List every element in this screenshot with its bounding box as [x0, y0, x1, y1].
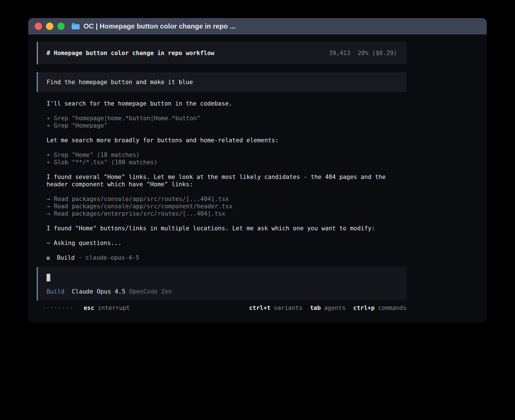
- read-arrow-icon: →: [47, 210, 54, 217]
- provider-name: OpenCode Zen: [129, 288, 172, 295]
- tool-call-text: Read packages/enterprise/src/routes/[...…: [54, 210, 225, 217]
- terminal-content: # Homepage button color change in repo w…: [28, 34, 407, 312]
- tool-call-line: ∗ Grep "homepage|home.*button|Home.*butt…: [47, 115, 401, 122]
- tool-call-group: → Read packages/console/app/src/routes/[…: [47, 195, 401, 217]
- tool-call-line: → Read packages/console/app/src/routes/[…: [47, 195, 401, 203]
- context-usage: 20% ($0.29): [358, 50, 397, 56]
- tool-call-line: → Read packages/enterprise/src/routes/[.…: [47, 210, 401, 217]
- folder-icon: [71, 23, 80, 30]
- zoom-button[interactable]: [57, 23, 65, 30]
- variants-hint: ctrl+t variants: [249, 304, 302, 312]
- grep-icon: ∗: [47, 115, 54, 122]
- dot-separator: ·: [78, 254, 82, 261]
- tool-call-text: Grep "Homepage": [54, 122, 108, 129]
- tool-call-group: ∗ Grep "Home" (18 matches) ∗ Glob "**/*.…: [47, 151, 401, 166]
- titlebar: OC | Homepage button color change in rep…: [28, 18, 487, 34]
- session-title: # Homepage button color change in repo w…: [47, 50, 214, 56]
- ctrl-p-key-label: ctrl+p: [353, 304, 375, 312]
- user-message: Find the homepage button and make it blu…: [37, 72, 407, 92]
- session-header: # Homepage button color change in repo w…: [37, 42, 407, 64]
- tool-call-line: ∗ Grep "Homepage": [47, 122, 401, 129]
- progress-dots-icon: ········: [42, 304, 73, 312]
- assistant-paragraph: I found several "Home" links. Let me loo…: [47, 173, 401, 188]
- commands-hint: ctrl+p commands: [353, 304, 407, 312]
- agent-name: Build: [57, 254, 75, 261]
- assistant-paragraph: I found "Home" buttons/links in multiple…: [47, 225, 401, 232]
- read-arrow-icon: →: [47, 195, 54, 203]
- footer-left: ········ esc interrupt: [42, 304, 130, 312]
- status-footer: ········ esc interrupt ctrl+t variants t…: [37, 304, 407, 312]
- model-name: Claude Opus 4.5: [72, 288, 125, 295]
- tool-call-text: Read packages/console/app/src/routes/[..…: [54, 195, 229, 203]
- glob-icon: ∗: [47, 159, 54, 166]
- assistant-output: I'll search for the homepage button in t…: [37, 100, 407, 261]
- tool-call-text: Glob "**/*.tsx" (100 matches): [54, 159, 158, 166]
- tool-call-line: ∗ Grep "Home" (18 matches): [47, 151, 401, 159]
- esc-key-label: esc: [84, 304, 94, 312]
- agent-part-icon: ▣: [47, 254, 50, 261]
- footer-right: ctrl+t variants tab agents ctrl+p comman…: [249, 304, 407, 312]
- token-count: 39,413: [329, 50, 350, 56]
- tool-call-text: Grep "homepage|home.*button|Home.*button…: [54, 115, 200, 122]
- tab-key-label: tab: [310, 304, 321, 312]
- agent-status-line: ▣ Build · claude-opus-4-5: [47, 254, 401, 261]
- agent-badge: Build: [47, 288, 64, 295]
- grep-icon: ∗: [47, 151, 54, 159]
- traffic-lights: [35, 23, 65, 30]
- read-arrow-icon: →: [47, 203, 54, 210]
- esc-hint: esc interrupt: [84, 304, 130, 312]
- user-message-text: Find the homepage button and make it blu…: [47, 79, 193, 86]
- tool-call-line: → Read packages/console/app/src/componen…: [47, 203, 401, 210]
- text-cursor: [47, 274, 50, 281]
- tool-call-group: ∗ Grep "homepage|home.*button|Home.*butt…: [47, 115, 401, 129]
- agents-hint-label: agents: [324, 304, 346, 312]
- close-button[interactable]: [35, 23, 42, 30]
- agent-model: claude-opus-4-5: [86, 254, 139, 261]
- asking-questions-status: ~ Asking questions...: [47, 239, 401, 247]
- desktop: { "window": { "title": "OC | Homepage bu…: [0, 0, 515, 420]
- grep-icon: ∗: [47, 122, 54, 129]
- esc-hint-label: interrupt: [98, 304, 130, 312]
- variants-hint-label: variants: [274, 304, 302, 312]
- prompt-input[interactable]: Build Claude Opus 4.5 OpenCode Zen: [37, 267, 407, 301]
- window-title: OC | Homepage button color change in rep…: [84, 22, 235, 30]
- assistant-paragraph: Let me search more broadly for buttons a…: [47, 137, 401, 144]
- tool-call-text: Grep "Home" (18 matches): [54, 151, 139, 159]
- minimize-button[interactable]: [46, 23, 53, 30]
- terminal-window: OC | Homepage button color change in rep…: [28, 18, 487, 322]
- commands-hint-label: commands: [378, 304, 407, 312]
- tool-call-line: ∗ Glob "**/*.tsx" (100 matches): [47, 159, 401, 166]
- window-title-group: OC | Homepage button color change in rep…: [71, 22, 235, 30]
- session-stats: 39,413 20% ($0.29): [329, 50, 397, 56]
- assistant-paragraph: I'll search for the homepage button in t…: [47, 100, 401, 107]
- agents-hint: tab agents: [310, 304, 346, 312]
- ctrl-t-key-label: ctrl+t: [249, 304, 270, 312]
- model-selector-line: Build Claude Opus 4.5 OpenCode Zen: [47, 288, 398, 295]
- tool-call-text: Read packages/console/app/src/component/…: [54, 203, 232, 210]
